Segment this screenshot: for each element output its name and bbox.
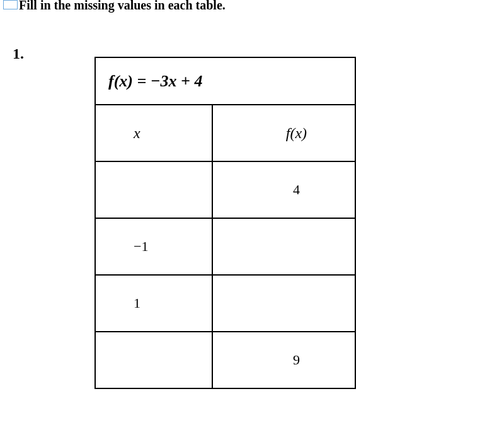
highlight-marker	[3, 0, 18, 9]
table-row: 4	[95, 161, 355, 218]
x-cell: 1	[95, 275, 212, 332]
fx-cell: 9	[212, 332, 355, 388]
formula-cell: f(x) = −3x + 4	[95, 57, 355, 105]
x-header: x	[95, 105, 212, 161]
x-cell: −1	[95, 218, 212, 275]
fx-header: f(x)	[212, 105, 355, 161]
instruction-text: Fill in the missing values in each table…	[19, 0, 226, 13]
function-table: f(x) = −3x + 4 x f(x) 4 −1 1 9	[94, 57, 356, 389]
table-row: −1	[95, 218, 355, 275]
fx-cell[interactable]	[212, 275, 355, 332]
table-row: 9	[95, 332, 355, 388]
x-cell[interactable]	[95, 161, 212, 218]
problem-number: 1.	[13, 45, 24, 62]
fx-cell: 4	[212, 161, 355, 218]
fx-cell[interactable]	[212, 218, 355, 275]
table-row: 1	[95, 275, 355, 332]
x-cell[interactable]	[95, 332, 212, 388]
